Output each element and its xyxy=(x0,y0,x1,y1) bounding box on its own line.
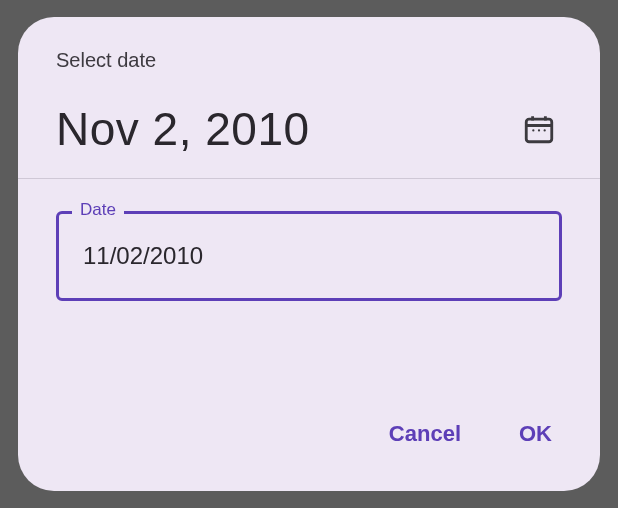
svg-point-4 xyxy=(532,129,534,131)
calendar-icon xyxy=(522,112,556,146)
dialog-header: Select date Nov 2, 2010 xyxy=(18,17,600,179)
dialog-body: Date xyxy=(18,179,600,413)
ok-button[interactable]: OK xyxy=(515,413,556,455)
svg-point-6 xyxy=(544,129,546,131)
date-picker-dialog: Select date Nov 2, 2010 Date Cancel xyxy=(18,17,600,491)
cancel-button[interactable]: Cancel xyxy=(385,413,465,455)
date-display-row: Nov 2, 2010 xyxy=(56,102,562,156)
dialog-actions: Cancel OK xyxy=(18,413,600,491)
date-input-wrapper: Date xyxy=(56,211,562,301)
date-input[interactable] xyxy=(56,211,562,301)
dialog-title: Select date xyxy=(56,49,562,72)
svg-point-5 xyxy=(538,129,540,131)
selected-date-display: Nov 2, 2010 xyxy=(56,102,310,156)
toggle-calendar-button[interactable] xyxy=(516,106,562,152)
date-input-label: Date xyxy=(72,200,124,220)
